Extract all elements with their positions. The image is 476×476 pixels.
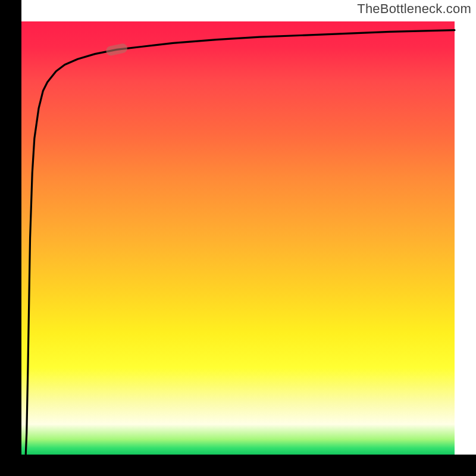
svg-rect-0 <box>105 43 129 57</box>
curve-marker <box>105 43 129 57</box>
watermark-caption: TheBottleneck.com <box>357 1 471 17</box>
curve-layer <box>0 0 476 476</box>
bottleneck-curve <box>26 30 455 455</box>
chart-frame: TheBottleneck.com <box>0 0 476 476</box>
